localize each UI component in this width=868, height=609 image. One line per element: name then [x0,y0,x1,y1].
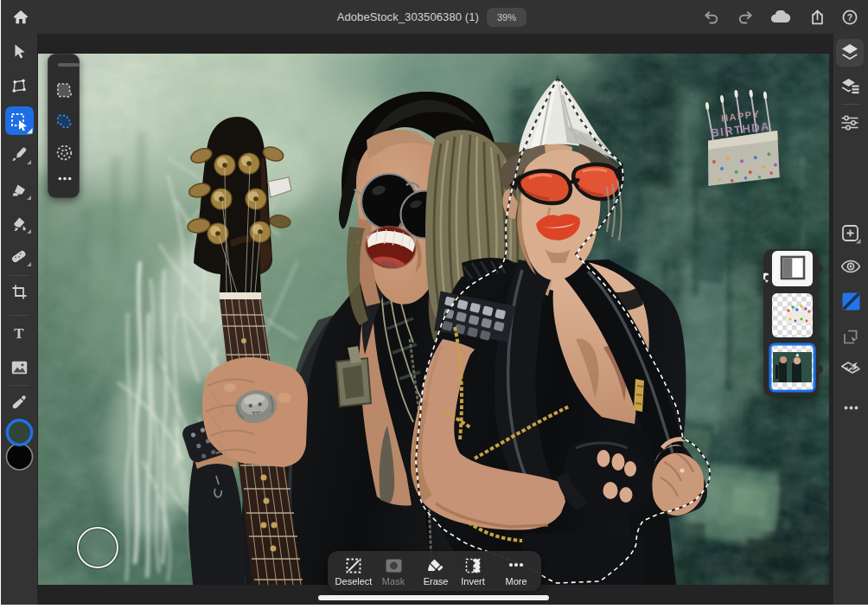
svg-text:?: ? [847,12,852,22]
